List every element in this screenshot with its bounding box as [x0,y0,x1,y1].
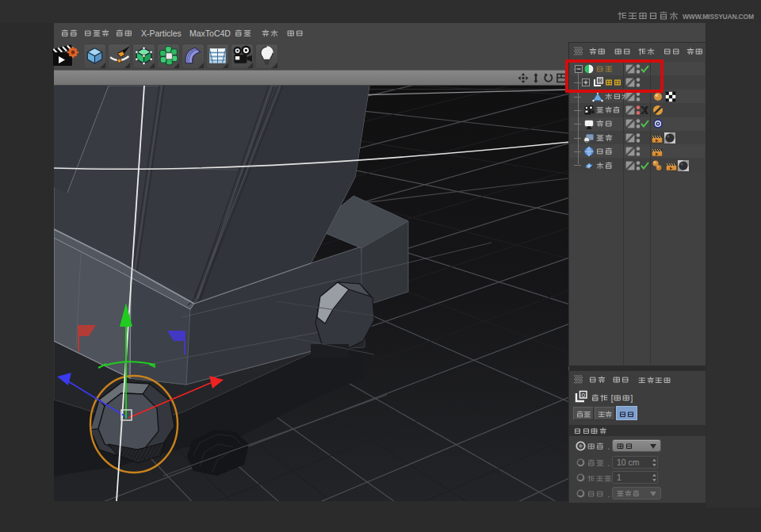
svg-text:0: 0 [581,392,585,399]
